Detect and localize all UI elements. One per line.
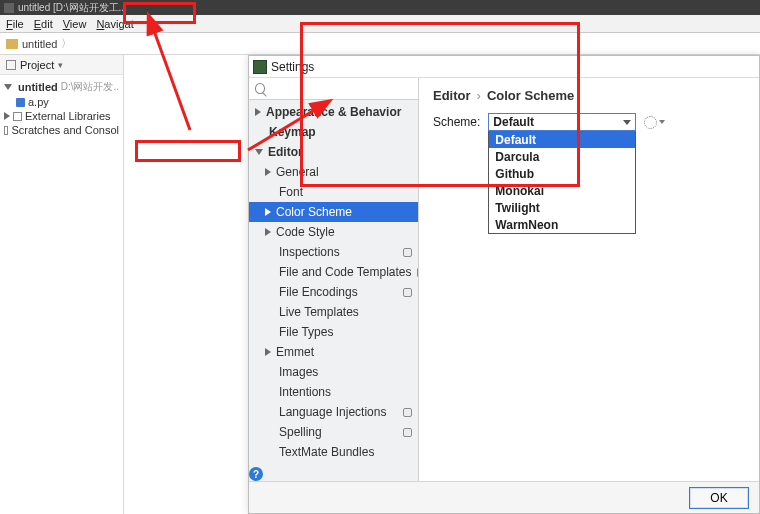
tree-node-encodings[interactable]: File Encodings [249, 282, 418, 302]
help-row: ? [249, 467, 418, 481]
menu-file[interactable]: File [6, 18, 24, 30]
dialog-titlebar[interactable]: Settings [249, 56, 759, 78]
button-label: OK [710, 491, 727, 505]
tree-node-templates[interactable]: File and Code Templates [249, 262, 418, 282]
tree-label: Appearance & Behavior [266, 105, 401, 119]
app-icon [253, 60, 267, 74]
crumb-editor[interactable]: Editor [433, 88, 471, 103]
combo-option-twilight[interactable]: Twilight [489, 199, 635, 216]
tree-node-lang-injections[interactable]: Language Injections [249, 402, 418, 422]
tree-node-keymap[interactable]: Keymap [249, 122, 418, 142]
tree-expand-icon[interactable] [4, 84, 12, 90]
settings-categories-panel: Appearance & Behavior Keymap Editor Gene… [249, 78, 419, 481]
project-scope-icon [403, 408, 412, 417]
combo-option-warmneon[interactable]: WarmNeon [489, 216, 635, 233]
tree-node-general[interactable]: General [249, 162, 418, 182]
combo-value: Default [493, 115, 534, 129]
tree-row-scratches[interactable]: Scratches and Consol [4, 123, 119, 137]
settings-search[interactable] [249, 78, 418, 100]
chevron-down-icon[interactable]: ▾ [58, 60, 63, 70]
tree-label: File Encodings [279, 285, 358, 299]
combo-option-default[interactable]: Default [489, 131, 635, 148]
tree-row-ext-libs[interactable]: External Libraries [4, 109, 119, 123]
ok-button[interactable]: OK [689, 487, 749, 509]
crumb-color-scheme: Color Scheme [487, 88, 574, 103]
help-icon[interactable]: ? [249, 467, 263, 481]
settings-dialog: Settings Appearance & Behavior [248, 55, 760, 514]
breadcrumb: Editor › Color Scheme [433, 88, 745, 103]
combo-option-darcula[interactable]: Darcula [489, 148, 635, 165]
tree-label: File Types [279, 325, 333, 339]
tree-node-spelling[interactable]: Spelling [249, 422, 418, 442]
navigation-bar: untitled 〉 [0, 33, 760, 55]
tree-node-file-types[interactable]: File Types [249, 322, 418, 342]
menu-edit[interactable]: Edit [34, 18, 53, 30]
tree-node-inspections[interactable]: Inspections [249, 242, 418, 262]
combo-display[interactable]: Default [488, 113, 636, 131]
tree-label: Images [279, 365, 318, 379]
project-scope-icon [403, 248, 412, 257]
project-toolwindow-icon [6, 60, 16, 70]
project-scope-icon [403, 428, 412, 437]
tree-label: Code Style [276, 225, 335, 239]
dialog-button-bar: OK [249, 481, 759, 513]
chevron-right-icon: › [477, 88, 481, 103]
tree-expand-icon[interactable] [265, 208, 271, 216]
tree-expand-icon[interactable] [265, 228, 271, 236]
tree-node-code-style[interactable]: Code Style [249, 222, 418, 242]
tree-label: External Libraries [25, 110, 111, 122]
window-title: untitled [D:\网站开发工... [18, 1, 127, 15]
tree-node-emmet[interactable]: Emmet [249, 342, 418, 362]
tree-expand-icon[interactable] [265, 348, 271, 356]
tree-node-live-templates[interactable]: Live Templates [249, 302, 418, 322]
search-icon [255, 83, 265, 94]
tree-expand-icon[interactable] [255, 108, 261, 116]
tree-node-appearance[interactable]: Appearance & Behavior [249, 102, 418, 122]
menu-view[interactable]: View [63, 18, 87, 30]
tree-node-font[interactable]: Font [249, 182, 418, 202]
path-segment[interactable]: untitled [22, 38, 57, 50]
project-scope-icon [417, 268, 418, 277]
tree-node-editor[interactable]: Editor [249, 142, 418, 162]
project-tree[interactable]: untitled D:\网站开发... a.py External Librar… [0, 75, 123, 141]
tree-label: File and Code Templates [279, 265, 412, 279]
tree-label: Emmet [276, 345, 314, 359]
tree-label: Editor [268, 145, 303, 159]
tree-row-file[interactable]: a.py [4, 95, 119, 109]
tree-row-root[interactable]: untitled D:\网站开发... [4, 79, 119, 95]
settings-tree[interactable]: Appearance & Behavior Keymap Editor Gene… [249, 100, 418, 467]
tree-label: Live Templates [279, 305, 359, 319]
combo-dropdown: Default Darcula Github Monokai Twilight … [488, 131, 636, 234]
tree-node-intentions[interactable]: Intentions [249, 382, 418, 402]
tree-label: Scratches and Consol [11, 124, 119, 136]
dialog-title: Settings [271, 60, 314, 74]
tree-hint: D:\网站开发... [61, 80, 119, 94]
project-scope-icon [403, 288, 412, 297]
library-icon [13, 112, 22, 121]
chevron-down-icon [623, 120, 631, 125]
scratches-icon [4, 126, 8, 135]
tree-expand-icon[interactable] [265, 168, 271, 176]
tree-node-textmate[interactable]: TextMate Bundles [249, 442, 418, 462]
tree-expand-icon[interactable] [4, 112, 10, 120]
project-header-label: Project [20, 59, 54, 71]
tree-expand-icon[interactable] [255, 149, 263, 155]
combo-option-monokai[interactable]: Monokai [489, 182, 635, 199]
chevron-right-icon: 〉 [61, 36, 72, 51]
folder-icon [6, 39, 18, 49]
tree-label: Spelling [279, 425, 322, 439]
tree-node-color-scheme[interactable]: Color Scheme [249, 202, 418, 222]
tree-node-images[interactable]: Images [249, 362, 418, 382]
tree-label: Language Injections [279, 405, 386, 419]
tree-label: Color Scheme [276, 205, 352, 219]
tree-label: General [276, 165, 319, 179]
scheme-combo[interactable]: Default Default Darcula Github Monokai T… [488, 113, 636, 234]
combo-option-github[interactable]: Github [489, 165, 635, 182]
search-input[interactable] [268, 82, 412, 96]
app-icon [4, 3, 14, 13]
tree-label: a.py [28, 96, 49, 108]
menu-navigate[interactable]: Navigat [96, 18, 133, 30]
editor-area: Settings Appearance & Behavior [124, 55, 760, 514]
gear-icon[interactable] [644, 116, 657, 129]
tree-label: Keymap [269, 125, 316, 139]
